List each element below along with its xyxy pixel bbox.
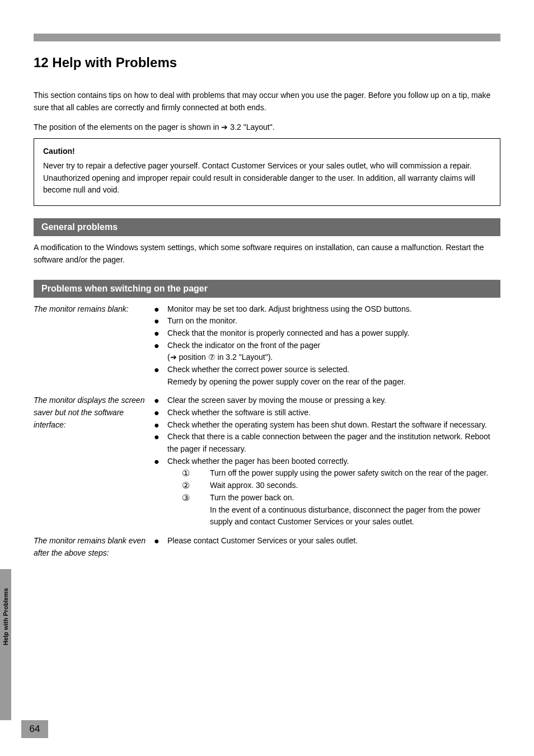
- header-rule: [34, 34, 500, 41]
- troubleshoot-table: The monitor remains blank: ● Monitor may…: [34, 303, 500, 566]
- section-heading-general: General problems: [34, 218, 500, 236]
- table-row: The monitor remains blank even after the…: [34, 535, 500, 566]
- list-item: ● Please contact Customer Services or yo…: [154, 535, 500, 547]
- caution-body: Never try to repair a defective pager yo…: [43, 160, 491, 196]
- row-label: The monitor remains blank:: [34, 303, 154, 395]
- list-item: ● Check whether the pager has been boote…: [154, 456, 500, 468]
- list-item: ● Check that the monitor is properly con…: [154, 327, 500, 340]
- table-row: The monitor remains blank: ● Monitor may…: [34, 303, 500, 395]
- chapter-heading: 12 Help with Problems: [34, 55, 500, 71]
- bullet-icon: ●: [154, 303, 167, 316]
- section-heading-switchon: Problems when switching on the pager: [34, 280, 500, 298]
- list-item: ● Turn on the monitor.: [154, 315, 500, 327]
- arrow-right-icon: ➔: [221, 123, 228, 132]
- caution-title: Caution!: [43, 147, 491, 156]
- intro-paragraph: This section contains tips on how to dea…: [34, 90, 500, 114]
- caution-box: Caution! Never try to repair a defective…: [34, 138, 500, 206]
- list-item: ● Clear the screen saver by moving the m…: [154, 395, 500, 407]
- bullet-icon: ●: [154, 456, 167, 468]
- list-item: ● Check whether the operating system has…: [154, 419, 500, 431]
- row-label: The monitor remains blank even after the…: [34, 535, 154, 566]
- list-item: ● Check whether the software is still ac…: [154, 407, 500, 419]
- bullet-icon: ●: [154, 431, 167, 455]
- page-number: 64: [21, 720, 48, 738]
- side-tab-label: Help with Problems: [2, 636, 9, 645]
- list-item: ● Check that there is a cable connection…: [154, 431, 500, 455]
- circled-number-icon: ②: [182, 480, 210, 492]
- table-row: The monitor displays the screen saver bu…: [34, 395, 500, 535]
- bullet-icon: ●: [154, 419, 167, 431]
- bullet-icon: ●: [154, 340, 167, 364]
- step-item: ③ Turn the power back on. In the event o…: [182, 492, 500, 528]
- section-body-general: A modification to the Windows system set…: [34, 242, 500, 266]
- step-item: ② Wait approx. 30 seconds.: [182, 480, 500, 492]
- xref-ref: 3.2 "Layout".: [230, 123, 274, 132]
- row-label: The monitor displays the screen saver bu…: [34, 395, 154, 535]
- bullet-icon: ●: [154, 395, 167, 407]
- bullet-icon: ●: [154, 364, 167, 388]
- circled-number-icon: ③: [182, 492, 210, 528]
- list-item: ● Check whether the correct power source…: [154, 364, 500, 388]
- step-item: ① Turn off the power supply using the po…: [182, 467, 500, 480]
- bullet-icon: ●: [154, 535, 167, 547]
- bullet-icon: ●: [154, 315, 167, 327]
- list-item: ● Check the indicator on the front of th…: [154, 340, 500, 364]
- bullet-icon: ●: [154, 327, 167, 340]
- bullet-icon: ●: [154, 407, 167, 419]
- xref-pretext: The position of the elements on the page…: [34, 123, 221, 132]
- cross-reference: The position of the elements on the page…: [34, 121, 500, 134]
- circled-number-icon: ①: [182, 467, 210, 480]
- list-item: ● Monitor may be set too dark. Adjust br…: [154, 303, 500, 316]
